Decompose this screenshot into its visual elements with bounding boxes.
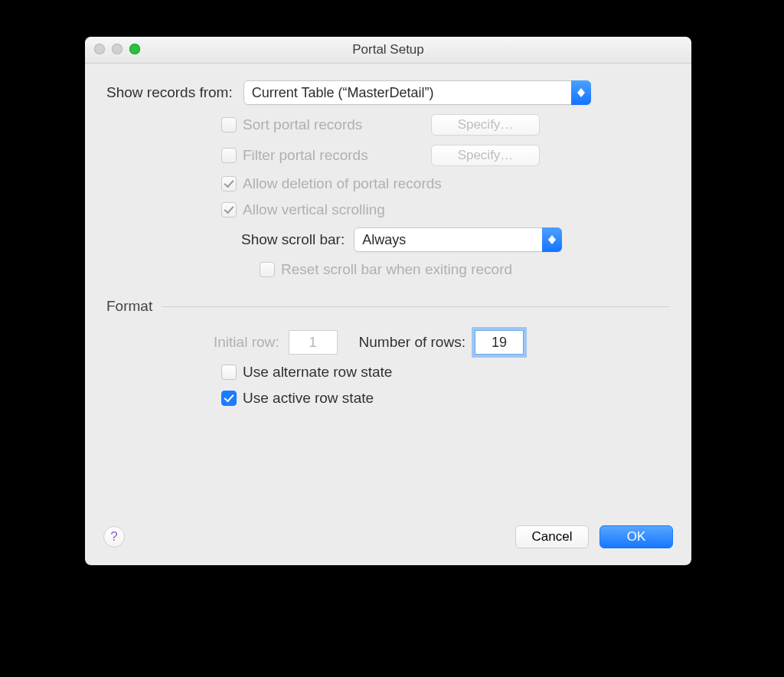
minimize-icon[interactable] — [112, 44, 122, 54]
close-icon[interactable] — [94, 44, 105, 54]
sort-checkbox[interactable] — [221, 117, 237, 132]
filter-specify-button[interactable]: Specify… — [431, 145, 540, 166]
help-icon: ? — [110, 529, 117, 545]
reset-scroll-label: Reset scroll bar when exiting record — [281, 261, 512, 278]
allow-scroll-row: Allow vertical scrolling — [106, 201, 670, 218]
allow-delete-row: Allow deletion of portal records — [106, 175, 670, 192]
window-controls — [94, 44, 140, 54]
divider — [162, 306, 670, 307]
num-rows-label: Number of rows: — [359, 334, 466, 351]
ok-button[interactable]: OK — [599, 525, 673, 548]
format-section-header: Format — [106, 298, 670, 315]
alt-row-state-row: Use alternate row state — [106, 364, 670, 381]
show-records-row: Show records from: Current Table (“Maste… — [106, 80, 670, 105]
active-row-state-row: Use active row state — [106, 390, 670, 407]
show-records-label: Show records from: — [106, 84, 233, 101]
titlebar: Portal Setup — [85, 37, 691, 64]
sort-specify-button[interactable]: Specify… — [431, 114, 540, 136]
allow-scroll-label: Allow vertical scrolling — [243, 201, 385, 218]
initial-row-input[interactable] — [289, 330, 338, 355]
scrollbar-row: Show scroll bar: Always — [106, 227, 670, 252]
active-row-checkbox[interactable] — [221, 391, 237, 406]
filter-label: Filter portal records — [243, 147, 431, 164]
show-records-value: Current Table (“MasterDetail”) — [252, 85, 434, 101]
scrollbar-label: Show scroll bar: — [241, 231, 345, 248]
content: Show records from: Current Table (“Maste… — [85, 64, 691, 407]
allow-delete-label: Allow deletion of portal records — [243, 175, 442, 192]
allow-scroll-checkbox[interactable] — [221, 202, 237, 217]
initial-row-label: Initial row: — [214, 334, 279, 351]
rows-row: Initial row: Number of rows: — [106, 330, 670, 355]
cancel-button[interactable]: Cancel — [515, 525, 589, 548]
sort-label: Sort portal records — [243, 116, 431, 133]
alt-row-label: Use alternate row state — [243, 364, 392, 381]
footer: ? Cancel OK — [85, 512, 691, 565]
scrollbar-value: Always — [362, 232, 406, 248]
dropdown-arrows-icon — [542, 227, 562, 252]
filter-checkbox[interactable] — [221, 148, 237, 163]
format-heading: Format — [106, 298, 152, 315]
reset-scroll-row: Reset scroll bar when exiting record — [106, 261, 670, 278]
active-row-label: Use active row state — [243, 390, 374, 407]
dropdown-arrows-icon — [571, 80, 591, 105]
scrollbar-select[interactable]: Always — [354, 227, 562, 252]
show-records-select[interactable]: Current Table (“MasterDetail”) — [243, 80, 591, 105]
num-rows-input[interactable] — [475, 330, 524, 355]
portal-setup-dialog: Portal Setup Show records from: Current … — [85, 37, 691, 565]
allow-delete-checkbox[interactable] — [221, 176, 237, 191]
zoom-icon[interactable] — [129, 44, 140, 54]
filter-row: Filter portal records Specify… — [106, 145, 670, 166]
alt-row-checkbox[interactable] — [221, 365, 237, 380]
sort-row: Sort portal records Specify… — [106, 114, 670, 136]
window-title: Portal Setup — [352, 42, 424, 57]
help-button[interactable]: ? — [103, 526, 125, 548]
reset-scroll-checkbox[interactable] — [260, 262, 275, 277]
